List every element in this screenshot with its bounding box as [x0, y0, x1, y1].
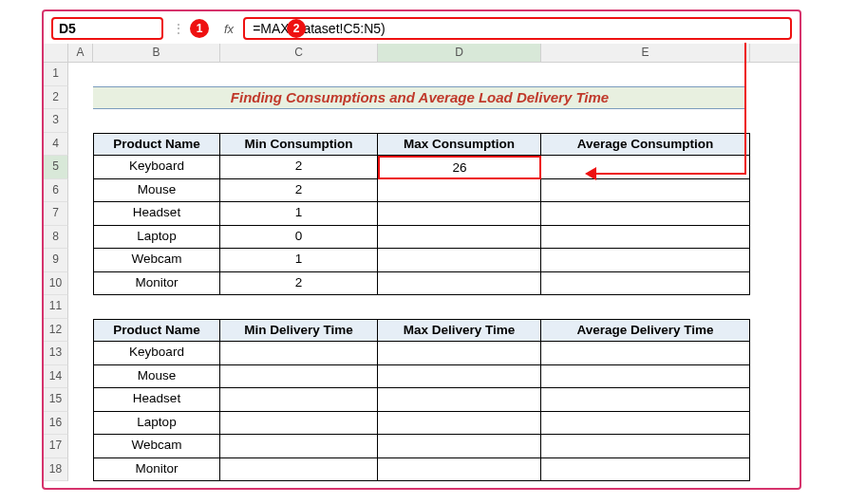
cell[interactable]: Headset	[93, 388, 220, 412]
column-headers: A B C D E	[44, 44, 800, 63]
app-frame: 1 ⋮ ✕ 2 fx A B C D E 1 2 Finding Consump…	[42, 9, 801, 490]
row-header[interactable]: 15	[44, 388, 68, 412]
cell[interactable]	[378, 365, 541, 389]
formula-bar[interactable]	[243, 17, 792, 40]
cell[interactable]	[220, 388, 378, 412]
cell[interactable]: Webcam	[93, 249, 220, 272]
row-header[interactable]: 4	[44, 133, 68, 157]
cell[interactable]: Webcam	[93, 435, 220, 458]
worksheet[interactable]: A B C D E 1 2 Finding Consumptions and A…	[44, 44, 800, 481]
t2-header-min[interactable]: Min Delivery Time	[220, 319, 378, 343]
row-header[interactable]: 16	[44, 412, 68, 436]
cell[interactable]	[378, 249, 541, 272]
row-header[interactable]: 14	[44, 365, 68, 389]
cell[interactable]: Monitor	[93, 272, 220, 296]
row-header[interactable]: 7	[44, 202, 68, 226]
cell[interactable]	[378, 272, 541, 296]
cell[interactable]	[541, 388, 750, 412]
cell[interactable]: Laptop	[93, 412, 220, 436]
col-header-d[interactable]: D	[378, 44, 541, 62]
row-header[interactable]: 12	[44, 319, 68, 343]
row-header[interactable]: 13	[44, 342, 68, 365]
separator-icon: ⋮	[169, 22, 188, 35]
t1-header-avg[interactable]: Average Consumption	[541, 133, 750, 157]
row-header[interactable]: 18	[44, 458, 68, 482]
cell[interactable]	[541, 342, 750, 365]
row-header[interactable]: 10	[44, 272, 68, 296]
cell[interactable]	[378, 179, 541, 203]
cell[interactable]: Laptop	[93, 226, 220, 250]
row-header[interactable]: 17	[44, 435, 68, 458]
t2-header-product[interactable]: Product Name	[93, 319, 220, 343]
t1-header-max[interactable]: Max Consumption	[378, 133, 541, 157]
fx-icon[interactable]: fx	[220, 22, 237, 36]
cell[interactable]	[378, 342, 541, 365]
cell[interactable]	[220, 412, 378, 436]
cell[interactable]: 2	[220, 179, 378, 203]
title-band: Finding Consumptions and Average Load De…	[93, 86, 746, 110]
callout-badge-2: 2	[287, 19, 306, 38]
cell[interactable]: 1	[220, 202, 378, 226]
row-header[interactable]: 1	[44, 63, 68, 86]
cell[interactable]	[541, 458, 750, 482]
row-header[interactable]: 5	[44, 156, 68, 179]
select-all-corner[interactable]	[44, 44, 68, 62]
cell[interactable]: 2	[220, 156, 378, 179]
callout-badge-1: 1	[190, 19, 209, 38]
col-header-c[interactable]: C	[220, 44, 378, 62]
cell[interactable]	[378, 458, 541, 482]
row-header[interactable]: 11	[44, 295, 68, 319]
col-header-a[interactable]: A	[68, 44, 93, 62]
page-title: Finding Consumptions and Average Load De…	[231, 89, 609, 105]
formula-bar-row: 1 ⋮ ✕ 2 fx	[44, 11, 800, 44]
cell[interactable]	[541, 156, 750, 179]
t1-header-min[interactable]: Min Consumption	[220, 133, 378, 157]
cell[interactable]: 0	[220, 226, 378, 250]
cell[interactable]	[378, 202, 541, 226]
callout-arrow-vertical	[744, 43, 746, 174]
name-box[interactable]	[51, 17, 163, 40]
cell[interactable]	[541, 249, 750, 272]
col-header-e[interactable]: E	[541, 44, 750, 62]
t1-header-product[interactable]: Product Name	[93, 133, 220, 157]
cell[interactable]	[378, 435, 541, 458]
cell[interactable]: Headset	[93, 202, 220, 226]
callout-arrow-horizontal	[591, 173, 746, 175]
cell[interactable]: 1	[220, 249, 378, 272]
cell[interactable]: 2	[220, 272, 378, 296]
cell[interactable]: Monitor	[93, 458, 220, 482]
cell[interactable]	[220, 365, 378, 389]
cell[interactable]	[541, 179, 750, 203]
cell[interactable]	[220, 458, 378, 482]
t2-header-avg[interactable]: Average Delivery Time	[541, 319, 750, 343]
cell[interactable]	[541, 412, 750, 436]
cell[interactable]	[541, 226, 750, 250]
cell[interactable]	[541, 435, 750, 458]
cell[interactable]	[541, 202, 750, 226]
row-header[interactable]: 3	[44, 109, 68, 133]
t2-header-max[interactable]: Max Delivery Time	[378, 319, 541, 343]
row-header[interactable]: 8	[44, 226, 68, 250]
callout-arrow-head-icon	[585, 167, 596, 180]
cell[interactable]	[541, 272, 750, 296]
row-header[interactable]: 9	[44, 249, 68, 272]
cell[interactable]	[378, 388, 541, 412]
cell[interactable]	[378, 226, 541, 250]
cell[interactable]	[541, 365, 750, 389]
cell[interactable]	[220, 435, 378, 458]
col-header-b[interactable]: B	[93, 44, 220, 62]
row-header[interactable]: 6	[44, 179, 68, 203]
cell[interactable]	[220, 342, 378, 365]
cell[interactable]: Keyboard	[93, 156, 220, 179]
cell[interactable]: Keyboard	[93, 342, 220, 365]
cell-d5-active[interactable]: 26	[378, 156, 541, 179]
cell[interactable]	[378, 412, 541, 436]
cell[interactable]: Mouse	[93, 365, 220, 389]
row-header[interactable]: 2	[44, 86, 68, 110]
cell[interactable]: Mouse	[93, 179, 220, 203]
